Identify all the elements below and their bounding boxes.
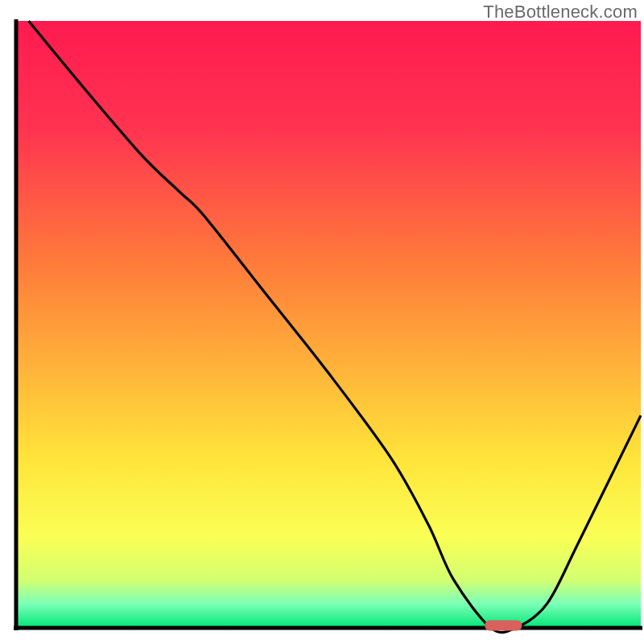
watermark-text: TheBottleneck.com	[483, 2, 638, 23]
bottleneck-chart	[0, 0, 644, 644]
optimal-marker	[485, 620, 522, 630]
plot-background	[16, 21, 641, 628]
chart-container: TheBottleneck.com	[0, 0, 644, 644]
